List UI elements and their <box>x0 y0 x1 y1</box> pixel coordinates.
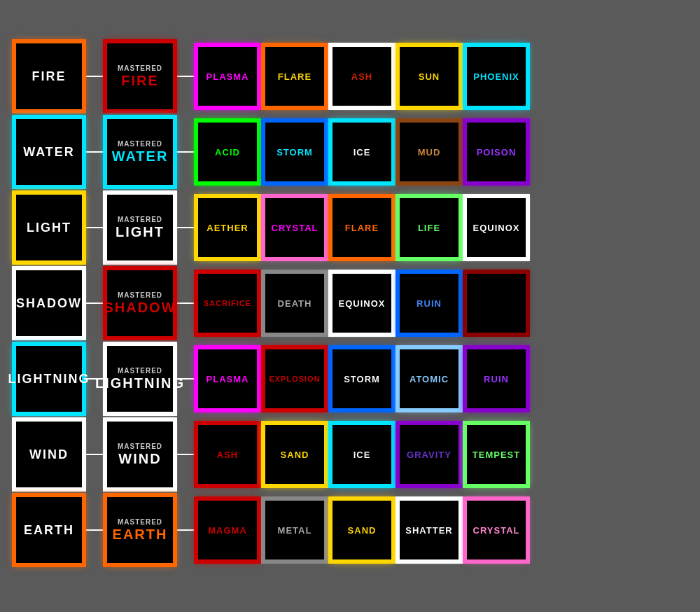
base-cell-2: LIGHT <box>14 193 84 263</box>
combo-cell-1-0: ACID <box>196 120 259 183</box>
connector-line-2-6 <box>175 529 196 531</box>
connector-line-1-6 <box>84 529 105 531</box>
base-label-3: SHADOW <box>16 296 82 311</box>
mastered-main-2: LIGHT <box>115 224 164 240</box>
mastered-top-1: MASTERED <box>118 140 162 148</box>
mastered-main-0: FIRE <box>121 73 159 89</box>
combo-label-6-1: METAL <box>278 525 312 536</box>
base-cell-1: WATER <box>14 117 84 187</box>
combo-cell-5-3: GRAVITY <box>398 423 461 486</box>
combo-label-1-4: POISON <box>477 147 517 158</box>
combo-cell-1-4: POISON <box>465 120 528 183</box>
combo-label-0-4: PHOENIX <box>473 71 519 82</box>
combo-cell-2-4: EQUINOX <box>465 196 528 259</box>
combo-cell-3-3: RUIN <box>398 272 461 335</box>
combo-cell-1-3: MUD <box>398 120 461 183</box>
base-label-6: EARTH <box>24 523 74 538</box>
combo-label-4-3: ATOMIC <box>410 374 449 384</box>
combo-cell-3-1: DEATH <box>263 272 326 335</box>
combo-label-1-1: STORM <box>276 147 313 158</box>
combo-cell-1-2: ICE <box>330 120 393 183</box>
mastered-main-1: WATER <box>112 148 169 165</box>
combo-label-3-2: EQUINOX <box>339 298 386 309</box>
mastered-main-4: LIGHTNING <box>95 375 185 391</box>
combo-label-4-1: EXPLOSION <box>269 375 320 383</box>
row-2: LIGHTMASTEREDLIGHTAETHERCRYSTALFLARELIFE… <box>14 193 686 263</box>
combo-label-4-2: STORM <box>344 374 380 384</box>
combo-cell-3-2: EQUINOX <box>330 272 393 335</box>
base-cell-3: SHADOW <box>14 268 84 338</box>
mastered-top-4: MASTERED <box>118 367 162 375</box>
connector-line-2-0 <box>175 76 196 77</box>
combo-label-0-3: SUN <box>419 71 440 82</box>
combo-cell-0-1: FLARE <box>263 45 326 108</box>
mastered-top-3: MASTERED <box>118 291 162 300</box>
row-5: WINDMASTEREDWINDASHSANDICEGRAVITYTEMPEST <box>14 419 686 489</box>
combo-cell-4-0: PLASMA <box>196 347 259 410</box>
combo-cell-4-4: RUIN <box>465 347 528 410</box>
base-cell-4: LIGHTNING <box>14 344 84 414</box>
combos-2: AETHERCRYSTALFLARELIFEEQUINOX <box>196 196 528 259</box>
base-cell-5: WIND <box>14 419 84 489</box>
connector-line-1-5 <box>84 454 105 455</box>
combos-0: PLASMAFLAREASHSUNPHOENIX <box>196 45 528 108</box>
combo-cell-4-2: STORM <box>330 347 393 410</box>
combo-cell-6-3: SHATTER <box>398 499 461 562</box>
combo-cell-5-4: TEMPEST <box>465 423 528 486</box>
combo-label-2-4: EQUINOX <box>473 223 520 233</box>
combos-4: PLASMAEXPLOSIONSTORMATOMICRUIN <box>196 347 528 410</box>
combo-cell-2-0: AETHER <box>196 196 259 259</box>
combo-cell-3-0: SACRIFICE <box>196 272 259 335</box>
combo-label-5-0: ASH <box>217 450 238 460</box>
base-label-0: FIRE <box>31 69 66 84</box>
mastered-main-5: WIND <box>118 451 161 467</box>
mastered-cell-2: MASTEREDLIGHT <box>105 193 175 263</box>
mastered-top-6: MASTERED <box>118 518 162 527</box>
combo-label-0-2: ASH <box>351 71 372 82</box>
combo-cell-6-1: METAL <box>263 499 326 562</box>
combo-cell-4-3: ATOMIC <box>398 347 461 410</box>
combos-6: MAGMAMETALSANDSHATTERCRYSTAL <box>196 499 528 562</box>
combo-label-2-3: LIFE <box>418 223 440 233</box>
connector-line-1-3 <box>84 302 105 304</box>
combo-cell-5-1: SAND <box>263 423 326 486</box>
base-label-1: WATER <box>23 145 75 160</box>
combo-label-5-4: TEMPEST <box>472 450 520 460</box>
main-container: FIREMASTEREDFIREPLASMAFLAREASHSUNPHOENIX… <box>7 34 693 578</box>
combo-cell-0-0: PLASMA <box>196 45 259 108</box>
combo-label-0-1: FLARE <box>278 71 312 82</box>
combo-label-5-3: GRAVITY <box>407 450 451 460</box>
mastered-main-3: SHADOW <box>104 300 176 316</box>
combo-label-3-1: DEATH <box>278 298 312 309</box>
mastered-cell-0: MASTEREDFIRE <box>105 41 175 111</box>
row-0: FIREMASTEREDFIREPLASMAFLAREASHSUNPHOENIX <box>14 41 686 111</box>
combo-label-4-0: PLASMA <box>206 374 249 384</box>
row-1: WATERMASTEREDWATERACIDSTORMICEMUDPOISON <box>14 117 686 187</box>
combo-label-4-4: RUIN <box>484 374 509 384</box>
combo-cell-1-1: STORM <box>263 120 326 183</box>
mastered-top-2: MASTERED <box>118 216 162 224</box>
combo-cell-2-2: FLARE <box>330 196 393 259</box>
connector-line-1-1 <box>84 151 105 153</box>
combo-label-6-0: MAGMA <box>208 525 247 536</box>
combo-label-6-4: CRYSTAL <box>473 525 520 536</box>
combo-label-1-0: ACID <box>215 147 240 158</box>
mastered-cell-5: MASTEREDWIND <box>105 419 175 489</box>
base-label-2: LIGHT <box>27 221 71 235</box>
combos-5: ASHSANDICEGRAVITYTEMPEST <box>196 423 528 486</box>
combo-cell-0-3: SUN <box>398 45 461 108</box>
combo-label-5-1: SAND <box>281 450 309 460</box>
combo-cell-4-1: EXPLOSION <box>263 347 326 410</box>
combos-1: ACIDSTORMICEMUDPOISON <box>196 120 528 183</box>
connector-line-1-0 <box>84 76 105 77</box>
mastered-cell-4: MASTEREDLIGHTNING <box>105 344 175 414</box>
row-3: SHADOWMASTEREDSHADOWSACRIFICEDEATHEQUINO… <box>14 268 686 338</box>
combo-label-2-2: FLARE <box>345 223 379 233</box>
combo-label-6-2: SAND <box>348 525 377 536</box>
combo-label-1-3: MUD <box>418 147 441 158</box>
base-cell-0: FIRE <box>14 41 84 111</box>
base-cell-6: EARTH <box>14 495 84 565</box>
combo-cell-6-0: MAGMA <box>196 499 259 562</box>
connector-line-2-2 <box>175 227 196 228</box>
combo-label-5-2: ICE <box>354 450 371 460</box>
